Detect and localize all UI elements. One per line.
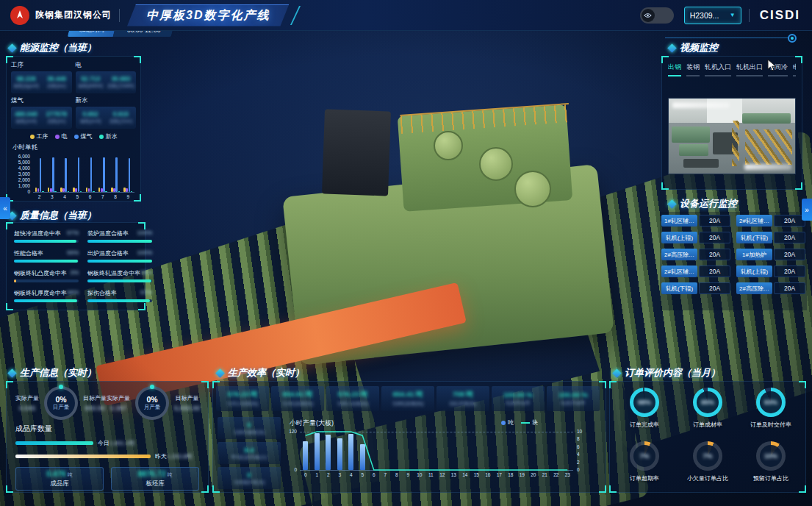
order-gauge-label: 预留订单占比 [753, 474, 788, 482]
video-overlay-timestamp [672, 102, 730, 108]
efficiency-value: 576.23 吨 [227, 390, 257, 399]
legend-line-icon [521, 422, 530, 424]
equipment-name-chip[interactable]: 轧机(下辊) [661, 282, 697, 294]
equipment-value-chip: 20A [774, 282, 805, 294]
quality-item-head: 性能合格率99% [14, 249, 79, 257]
equipment-name-chip[interactable]: 轧机(上辊) [736, 266, 772, 277]
x-tick-label: 7 [380, 472, 392, 477]
energy-value: 480.040 [15, 110, 37, 118]
energy-stat: 0.915总耗(万m³) [106, 107, 136, 129]
x-tick-label: 5 [71, 194, 84, 199]
legend-dot-icon [55, 135, 60, 139]
equipment-name-chip[interactable]: 1#轧区辅… [661, 215, 697, 227]
efficiency-label: 当班计划量(吨) [337, 401, 368, 407]
side-stat-value: 0 [247, 471, 251, 479]
x-tick-label: 3 [334, 472, 346, 477]
x-tick-label: 6 [84, 194, 96, 199]
quality-percent: 97% [140, 289, 152, 297]
quality-bar-fill [14, 260, 78, 263]
left-panel-collapse-handle[interactable]: « [0, 197, 10, 219]
view-selector-value: H2309... [690, 11, 719, 20]
equipment-name-chip[interactable]: 2#高压除… [661, 249, 697, 260]
side-stat-value: 8.4 [244, 446, 254, 454]
legend-dot-icon [99, 135, 104, 139]
quality-bar-track [87, 279, 152, 282]
order-gauge: 7%订单超期率 [613, 441, 676, 489]
panel-diamond-icon [215, 368, 225, 378]
quality-percent: 99% [140, 269, 152, 277]
y-right-tick: 2 [577, 460, 580, 465]
video-tab-4[interactable]: 轧机出口 [736, 63, 763, 76]
x-tick-label: 0 [300, 472, 312, 477]
order-gauge-label: 小欠量订单占比 [687, 474, 728, 482]
y-tick-label: 3,000 [11, 171, 30, 177]
efficiency-value: 654.61 吨 [282, 390, 312, 399]
equipment-value-chip: 20A [774, 215, 805, 227]
y-tick-label: 0 [11, 189, 30, 194]
chart-bar [54, 191, 57, 192]
equipment-name-chip[interactable]: 2#轧区辅… [736, 215, 772, 227]
right-panel-expand-handle[interactable]: » [802, 199, 812, 221]
video-tab-1[interactable]: 出钢 [668, 63, 681, 76]
energy-stat: 480.040单耗(m³/t) [11, 107, 41, 129]
video-tab-2[interactable]: 装钢 [686, 63, 700, 76]
quality-item-head: 出炉温度合格率100% [87, 249, 152, 257]
y-tick-label: 1,000 [11, 183, 30, 188]
video-feed-thumbnail[interactable] [668, 98, 796, 174]
brand-logo: CISDI [760, 8, 800, 23]
video-tab-3[interactable]: 轧机入口 [705, 63, 731, 76]
efficiency-stat-cell: 654.61 吨当天轧制量(吨) [271, 386, 324, 411]
quality-item-head: 钢板终轧厚度命中率98% [14, 289, 79, 297]
equipment-name-chip[interactable]: 轧机(上辊) [661, 232, 697, 243]
view-selector-dropdown[interactable]: H2309... ▼ [684, 7, 741, 24]
chart-bar [113, 188, 115, 192]
video-overlay-camera-label [744, 164, 791, 170]
order-gauge-percent: 98% [630, 388, 659, 417]
equipment-row: 2#高压除…20A [661, 249, 730, 260]
energy-group: 电52.713单耗(kWh/t)30.683总耗(万kWh) [76, 61, 137, 93]
order-gauge-ring: 7% [693, 441, 722, 471]
efficiency-label: 轧机作业率 [506, 400, 531, 407]
panel-diamond-icon [667, 43, 677, 53]
equipment-name-chip[interactable]: 2#高压除… [736, 282, 772, 294]
quality-bar-fill [14, 299, 77, 302]
x-tick-label: 8 [109, 194, 122, 199]
efficiency-stat-cell: 576.23 吨当天计划量(吨) [216, 386, 269, 411]
equipment-panel: 1#轧区辅…20A2#轧区辅…20A轧机(上辊)20A轧机(下辊)20A2#高压… [660, 212, 807, 310]
order-gauge-ring: 7% [630, 441, 659, 471]
x-tick-label: 12 [436, 472, 448, 477]
y-right-tick: 10 [577, 429, 582, 434]
chart-bar [68, 191, 70, 192]
legend-item: 电 [55, 132, 68, 140]
equipment-name-chip[interactable]: 2#轧区辅… [661, 266, 697, 277]
x-tick-label: 14 [459, 472, 471, 477]
header-decor-slash [290, 6, 301, 25]
order-gauge: 7%小欠量订单占比 [676, 441, 739, 489]
quality-bar-track [87, 240, 152, 243]
company-name: 陕钢集团汉钢公司 [35, 9, 112, 21]
equipment-name-chip[interactable]: 1#加热炉 [736, 249, 772, 260]
energy-hourly-chart: 01,0002,0003,0004,0005,0006,00023456789 [11, 154, 136, 199]
efficiency-stat-cell: 100.00 %轧机作业率 [492, 386, 545, 411]
x-tick-label: 19 [517, 472, 528, 477]
quality-bar-fill [87, 299, 150, 302]
efficiency-label: 当班轧制量(吨) [392, 401, 423, 407]
y-right-tick: 0 [577, 467, 580, 472]
energy-panel-title: 能源监控（当班） [9, 41, 96, 54]
energy-stat: 0.652单耗(m³/t) [76, 107, 106, 129]
efficiency-label: 轧机开动率 [561, 400, 586, 407]
chart-bar [37, 188, 40, 192]
equipment-row: 2#高压除…20A [736, 282, 805, 294]
x-tick-label: 13 [448, 472, 460, 477]
visibility-toggle[interactable] [640, 7, 674, 24]
equipment-name-chip[interactable]: 轧机(下辊) [736, 232, 772, 243]
production-panel-title: 生产信息（实时） [9, 366, 96, 380]
quality-item: 性能合格率99% [14, 249, 79, 263]
energy-group: 工序68.226单耗(kgce/t)39.449总耗(tce) [11, 61, 72, 93]
daily-output-ring: 0% 日产量 [44, 386, 78, 420]
quality-item: 探伤合格率97% [87, 289, 152, 303]
x-tick-label: 2 [323, 472, 334, 477]
video-tab-6[interactable]: 电加热… [793, 63, 796, 76]
dashboard-root: 陕钢集团汉钢公司 中厚板3D数字化产线 H2309... ▼ CISDI 轧线状… [0, 0, 812, 506]
video-panel-title: 视频监控 [669, 41, 718, 54]
